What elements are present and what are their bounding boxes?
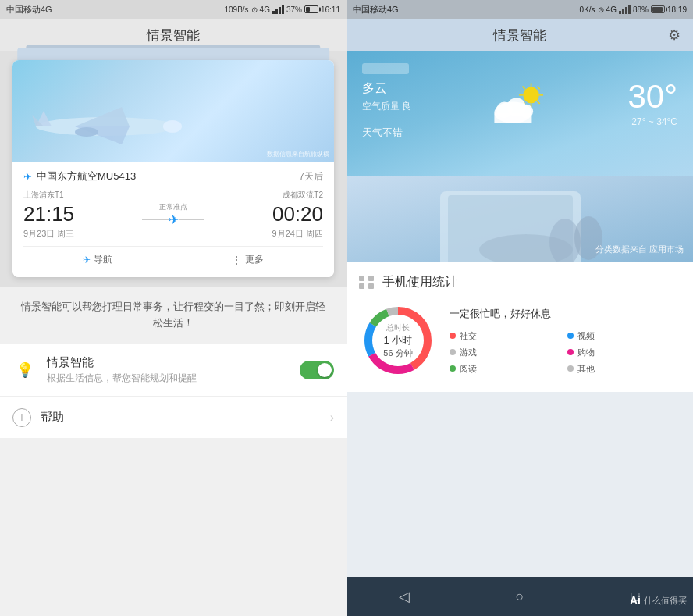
scenario-toggle[interactable] (300, 361, 334, 379)
legend-game: 游戏 (450, 347, 563, 358)
weather-card: 多云 空气质量 良 天气不错 (346, 51, 693, 176)
battery-icon-right (651, 5, 665, 13)
help-title: 帮助 (41, 410, 321, 425)
weather-left: 多云 空气质量 良 天气不错 (362, 80, 411, 140)
battery-icon-left (304, 5, 318, 13)
more-icon: ⋮ (231, 254, 242, 266)
usage-title: 手机使用统计 (382, 274, 457, 290)
setting-text: 情景智能 根据生活信息，帮您智能规划和提醒 (47, 355, 290, 385)
svg-line-13 (522, 87, 524, 89)
chevron-right-icon: › (330, 411, 334, 425)
legend-reading: 阅读 (450, 363, 563, 375)
usage-legend: 社交 视频 游戏 购物 (450, 330, 681, 375)
depart-time: 21:15 (23, 202, 123, 226)
usage-chart-center: 总时长 1 小时 56 分钟 (383, 322, 412, 359)
speed-right: 0K/s (580, 5, 595, 14)
svg-point-2 (163, 120, 182, 133)
grid-icon (359, 276, 375, 289)
arrive-date: 9月24日 周四 (223, 228, 323, 240)
time-left: 16:11 (321, 5, 340, 14)
route-middle: 正常准点 ✈ (123, 202, 223, 227)
signal-right: 4G (606, 5, 617, 14)
usage-card: 手机使用统计 (346, 262, 693, 392)
nav-button[interactable]: ✈ 导航 (83, 253, 112, 266)
weather-aqi: 空气质量 良 (362, 100, 411, 113)
right-title: 情景智能 (493, 27, 546, 45)
route-status: 正常准点 (159, 202, 187, 212)
left-description: 情景智能可以帮您打理日常事务，让行程变的一目了然；即刻开启轻松生活！ (0, 287, 346, 344)
app-market-banner[interactable]: 分类数据来自 应用市场 (346, 176, 693, 262)
time-detail: 56 分钟 (383, 347, 412, 359)
settings-icon[interactable]: ⚙ (668, 27, 681, 44)
usage-body: 总时长 1 小时 56 分钟 一定很忙吧，好好休息 社交 视频 (359, 301, 681, 379)
wifi-icon-left: ⊙ (251, 5, 258, 14)
legend-other: 其他 (567, 363, 681, 375)
signal-left: 4G (260, 5, 270, 14)
flight-header: ✈ 中国东方航空MU5413 7天后 (23, 169, 323, 183)
watermark-ai-icon: Ai (630, 594, 641, 607)
time-main: 1 小时 (383, 333, 412, 347)
usage-right: 一定很忙吧，好好休息 社交 视频 游戏 (450, 307, 681, 375)
help-item[interactable]: i 帮助 › (0, 397, 346, 438)
banner-source-text: 分类数据来自 应用市场 (595, 244, 684, 255)
status-bar-right: 中国移动4G 0K/s ⊙ 4G 88% 18:19 (346, 0, 693, 19)
speed-left: 109B/s (224, 5, 248, 14)
scenario-setting-item[interactable]: 💡 情景智能 根据生活信息，帮您智能规划和提醒 (0, 344, 346, 397)
flight-image: 数据信息来自航旅纵横 (12, 60, 334, 162)
location-placeholder (362, 63, 409, 74)
flight-icon: ✈ (23, 171, 32, 183)
depart-info: 上海浦东T1 21:15 9月23日 周三 (23, 190, 123, 240)
svg-rect-21 (494, 112, 531, 123)
weather-icon-area (411, 80, 627, 127)
status-bar-left: 中国移动4G 109B/s ⊙ 4G 37% 16:11 (0, 0, 346, 19)
weather-temp: 30° (627, 80, 677, 113)
home-button[interactable]: ○ (504, 581, 535, 612)
phone-right: 中国移动4G 0K/s ⊙ 4G 88% 18:19 情景智能 ⚙ (346, 0, 693, 616)
help-icon: i (12, 408, 31, 427)
phone-left: 中国移动4G 109B/s ⊙ 4G 37% 16:11 情景智能 (0, 0, 346, 616)
lightbulb-icon: 💡 (12, 358, 37, 383)
route-line: ✈ (142, 212, 204, 227)
watermark-text: 什么值得买 (644, 595, 687, 607)
svg-line-15 (537, 87, 539, 89)
watermark: Ai 什么值得买 (630, 594, 687, 607)
arrive-label: 成都双流T2 (223, 190, 323, 201)
arrive-time: 00:20 (223, 202, 323, 226)
airplane-icon (20, 87, 192, 150)
flight-card-container: 数据信息来自航旅纵横 ✈ 中国东方航空MU5413 7天后 上海浦东T1 21:… (0, 51, 346, 287)
image-source: 数据信息来自航旅纵横 (267, 150, 329, 158)
usage-header: 手机使用统计 (359, 274, 681, 290)
battery-right: 88% (633, 5, 649, 14)
weather-range: 27° ~ 34°C (627, 116, 677, 127)
back-button[interactable]: ◁ (389, 581, 420, 612)
more-button[interactable]: ⋮ 更多 (231, 253, 264, 266)
depart-label: 上海浦东T1 (23, 190, 123, 201)
setting-title: 情景智能 (47, 355, 290, 370)
wifi-icon-right: ⊙ (598, 5, 604, 14)
weather-comment: 天气不错 (362, 126, 411, 140)
total-label: 总时长 (383, 322, 412, 333)
route-arrow-icon: ✈ (169, 212, 179, 227)
arrive-info: 成都双流T2 00:20 9月24日 周四 (223, 190, 323, 240)
flight-actions: ✈ 导航 ⋮ 更多 (23, 246, 323, 269)
battery-left: 37% (286, 5, 302, 14)
nav-icon: ✈ (83, 255, 91, 265)
legend-video: 视频 (567, 330, 681, 342)
carrier-left: 中国移动4G (6, 4, 52, 16)
carrier-right: 中国移动4G (353, 4, 399, 16)
weather-condition: 多云 (362, 80, 411, 97)
svg-point-7 (75, 127, 98, 137)
usage-message: 一定很忙吧，好好休息 (450, 307, 681, 321)
flight-card[interactable]: 数据信息来自航旅纵横 ✈ 中国东方航空MU5413 7天后 上海浦东T1 21:… (12, 60, 334, 277)
depart-date: 9月23日 周三 (23, 228, 123, 240)
legend-social: 社交 (450, 330, 563, 342)
flight-name: ✈ 中国东方航空MU5413 (23, 169, 136, 183)
time-right: 18:19 (667, 5, 687, 14)
right-title-bar: 情景智能 ⚙ (346, 19, 693, 51)
signal-bars-left (272, 5, 284, 14)
flight-info: ✈ 中国东方航空MU5413 7天后 上海浦东T1 21:15 9月23日 周三… (12, 162, 334, 277)
weather-right: 30° 27° ~ 34°C (627, 80, 677, 127)
flight-route: 上海浦东T1 21:15 9月23日 周三 正常准点 ✈ 成都双流T2 (23, 190, 323, 240)
weather-cloud-icon (489, 80, 551, 127)
svg-line-14 (537, 101, 539, 104)
